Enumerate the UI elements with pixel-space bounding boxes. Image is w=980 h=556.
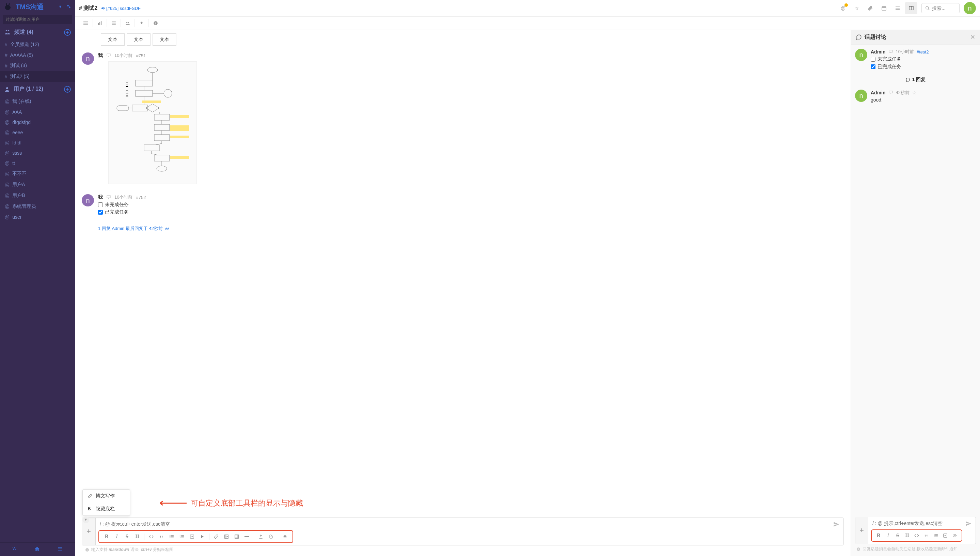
channel-item[interactable]: #AAAAA (5) bbox=[0, 50, 75, 60]
preview-icon[interactable] bbox=[280, 532, 290, 541]
wiki-icon[interactable]: W bbox=[12, 546, 17, 553]
bold-icon[interactable]: B bbox=[102, 532, 111, 541]
heading-icon[interactable]: H bbox=[903, 532, 912, 540]
filter-toggle-icon[interactable] bbox=[82, 517, 89, 523]
calendar-icon[interactable] bbox=[878, 2, 890, 14]
mentions-icon[interactable]: @ bbox=[837, 2, 849, 14]
send-icon[interactable] bbox=[833, 521, 839, 529]
italic-icon[interactable]: I bbox=[883, 532, 893, 540]
members-icon[interactable] bbox=[121, 17, 134, 30]
strike-icon[interactable]: S bbox=[122, 532, 132, 541]
strike-icon[interactable]: S bbox=[893, 532, 903, 540]
gears-icon[interactable] bbox=[66, 4, 71, 10]
menu-icon[interactable] bbox=[57, 546, 63, 553]
ul-icon[interactable] bbox=[931, 532, 940, 540]
user-item[interactable]: @tt bbox=[0, 158, 75, 168]
users-section-header[interactable]: 用户 (1 / 12) + bbox=[0, 82, 75, 96]
list-icon[interactable] bbox=[891, 2, 904, 14]
play-icon[interactable] bbox=[198, 532, 207, 541]
flowchart-image[interactable] bbox=[108, 61, 197, 184]
panel-toggle-icon[interactable] bbox=[905, 2, 917, 14]
preview-icon[interactable] bbox=[950, 532, 959, 540]
task-checkbox[interactable] bbox=[871, 65, 875, 69]
tasks-icon[interactable] bbox=[107, 17, 121, 30]
panel-link[interactable]: #test2 bbox=[917, 49, 928, 55]
task-checkbox[interactable] bbox=[98, 210, 103, 215]
svg-rect-63 bbox=[245, 536, 249, 537]
svg-rect-41 bbox=[170, 125, 189, 131]
star-icon[interactable]: ☆ bbox=[851, 2, 863, 14]
user-item[interactable]: @系统管理员 bbox=[0, 201, 75, 212]
task-checkbox[interactable] bbox=[871, 57, 875, 61]
popup-item-hide-toolbar[interactable]: B 隐藏底栏 bbox=[83, 503, 130, 516]
italic-icon[interactable]: I bbox=[112, 532, 122, 541]
brand-title: TMS沟通 bbox=[16, 2, 55, 11]
link-icon[interactable] bbox=[211, 532, 221, 541]
composer-input[interactable] bbox=[100, 521, 830, 527]
filter-input[interactable] bbox=[3, 15, 72, 24]
pin-icon[interactable] bbox=[135, 17, 148, 30]
channel-item[interactable]: #全员频道 (12) bbox=[0, 39, 75, 50]
panel-toolbar: B I S H bbox=[871, 529, 962, 542]
user-item[interactable]: @dfgdsfgd bbox=[0, 117, 75, 128]
panel-composer-input[interactable] bbox=[872, 520, 962, 526]
checklist-icon[interactable] bbox=[940, 532, 950, 540]
quote-icon[interactable] bbox=[156, 532, 166, 541]
search-input[interactable] bbox=[932, 5, 956, 11]
info-icon[interactable] bbox=[149, 17, 163, 30]
channel-item[interactable]: #测试2 (5) bbox=[0, 71, 75, 82]
quote-icon[interactable] bbox=[922, 532, 931, 540]
user-item[interactable]: @ssss bbox=[0, 148, 75, 158]
upload-icon[interactable] bbox=[256, 532, 266, 541]
user-item[interactable]: @eeee bbox=[0, 128, 75, 137]
add-user-button[interactable]: + bbox=[64, 86, 71, 93]
user-item[interactable]: @用户A bbox=[0, 179, 75, 190]
checklist-icon[interactable] bbox=[187, 532, 197, 541]
hr-icon[interactable] bbox=[242, 532, 251, 541]
user-item[interactable]: @不不不 bbox=[0, 168, 75, 179]
panel-avatar[interactable]: n bbox=[855, 49, 867, 61]
reply-info[interactable]: 1 回复 Admin 最后回复于 42秒前 bbox=[98, 226, 844, 232]
popup-item-blog[interactable]: 博文写作 bbox=[83, 490, 130, 503]
reply-body: good. bbox=[871, 97, 976, 103]
panel-avatar[interactable]: n bbox=[855, 90, 867, 102]
close-icon[interactable]: ✕ bbox=[970, 33, 975, 41]
message-avatar[interactable]: n bbox=[82, 194, 94, 207]
user-item[interactable]: @用户B bbox=[0, 190, 75, 201]
desktop-icon bbox=[106, 194, 111, 200]
search-box[interactable] bbox=[922, 3, 959, 13]
channel-announcement-link[interactable]: [#625] sdsdFSDF bbox=[101, 6, 141, 11]
user-item[interactable]: @AAA bbox=[0, 107, 75, 117]
svg-rect-24 bbox=[155, 23, 156, 24]
add-channel-button[interactable]: + bbox=[64, 29, 71, 36]
home-icon[interactable] bbox=[34, 546, 40, 553]
svg-rect-59 bbox=[190, 535, 194, 538]
ol-icon[interactable]: 123 bbox=[177, 532, 187, 541]
svg-rect-50 bbox=[171, 536, 174, 537]
message-avatar[interactable]: n bbox=[82, 52, 94, 65]
code-icon[interactable] bbox=[147, 532, 156, 541]
panel-composer-plus[interactable]: + bbox=[855, 517, 868, 544]
send-icon[interactable] bbox=[965, 520, 972, 528]
channel-item[interactable]: #测试 (3) bbox=[0, 60, 75, 71]
table-icon[interactable] bbox=[232, 532, 242, 541]
user-avatar[interactable]: n bbox=[964, 2, 976, 14]
file-icon[interactable] bbox=[266, 532, 276, 541]
user-item[interactable]: @我 (在线) bbox=[0, 96, 75, 107]
channels-section-header[interactable]: 频道 (4) + bbox=[0, 25, 75, 39]
bold-icon: B bbox=[87, 506, 92, 512]
star-icon[interactable]: ☆ bbox=[912, 90, 917, 95]
flame-icon[interactable] bbox=[58, 4, 63, 10]
ul-icon[interactable] bbox=[167, 532, 176, 541]
user-item[interactable]: @fdfdf bbox=[0, 137, 75, 148]
svg-rect-33 bbox=[154, 114, 169, 120]
bold-icon[interactable]: B bbox=[874, 532, 883, 540]
attachment-icon[interactable] bbox=[864, 2, 877, 14]
image-icon[interactable] bbox=[222, 532, 231, 541]
heading-icon[interactable]: H bbox=[132, 532, 142, 541]
code-icon[interactable] bbox=[912, 532, 922, 540]
chart-icon[interactable] bbox=[93, 17, 106, 30]
hamburger-icon[interactable] bbox=[79, 17, 93, 30]
user-item[interactable]: @user bbox=[0, 212, 75, 222]
task-checkbox[interactable] bbox=[98, 202, 103, 207]
